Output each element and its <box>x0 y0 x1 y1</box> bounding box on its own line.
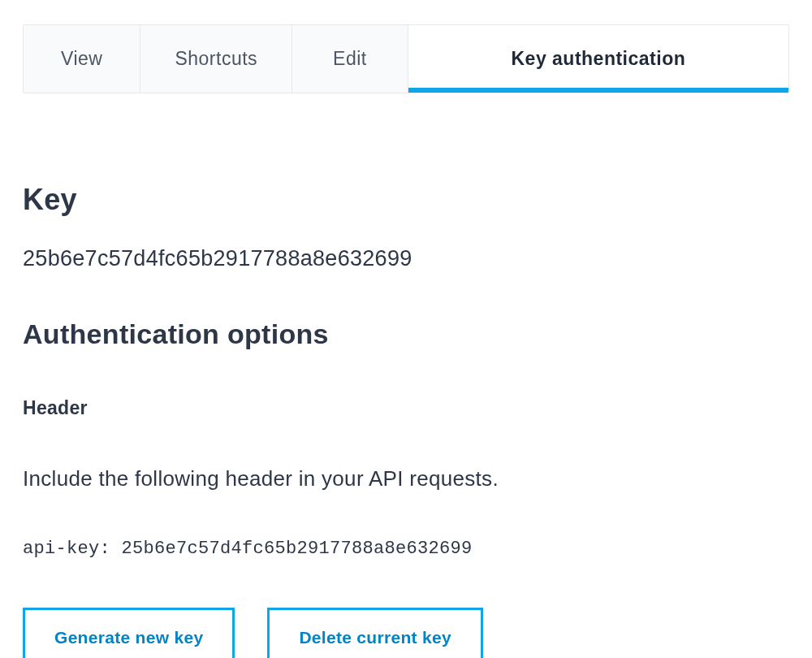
auth-options-heading: Authentication options <box>23 318 789 350</box>
button-row: Generate new key Delete current key <box>23 608 789 658</box>
tab-content: Key 25b6e7c57d4fc65b2917788a8e632699 Aut… <box>23 93 789 658</box>
tab-bar: View Shortcuts Edit Key authentication <box>23 24 789 93</box>
header-instruction: Include the following header in your API… <box>23 466 789 491</box>
generate-new-key-button[interactable]: Generate new key <box>23 608 235 658</box>
header-subheading: Header <box>23 397 789 419</box>
key-heading: Key <box>23 183 789 217</box>
delete-current-key-button[interactable]: Delete current key <box>267 608 483 658</box>
tab-view[interactable]: View <box>24 25 140 93</box>
tab-edit[interactable]: Edit <box>292 25 408 93</box>
tab-key-authentication[interactable]: Key authentication <box>408 25 788 93</box>
tab-shortcuts[interactable]: Shortcuts <box>140 25 292 93</box>
api-key-header-code: api-key: 25b6e7c57d4fc65b2917788a8e63269… <box>23 539 789 559</box>
api-key-value: 25b6e7c57d4fc65b2917788a8e632699 <box>23 246 789 271</box>
